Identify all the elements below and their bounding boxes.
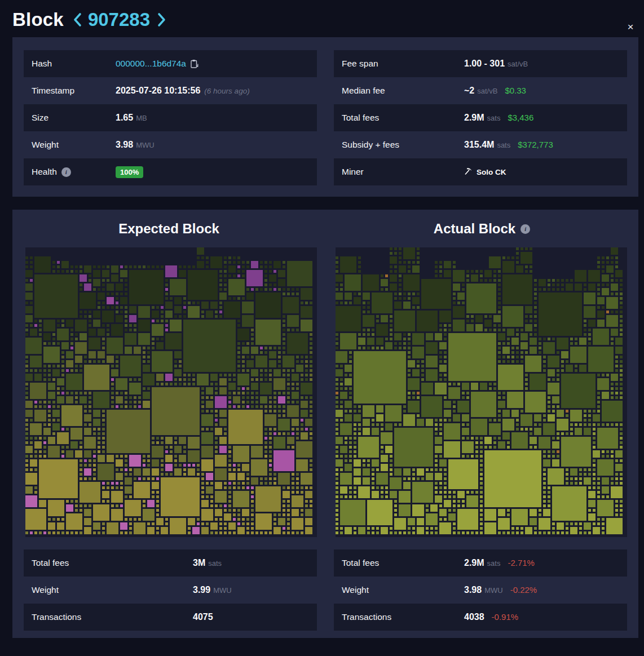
expected-stats-table: Total fees 3M sats Weight 3.99 MWU Trans… xyxy=(24,549,317,631)
total-fees-fiat: $3,436 xyxy=(508,113,533,122)
miner-name: Solo CK xyxy=(477,168,506,176)
expected-weight-label: Weight xyxy=(32,585,193,595)
pickaxe-icon xyxy=(464,167,473,178)
actual-txcount-value: 4038 xyxy=(464,612,484,622)
size-unit: MB xyxy=(136,114,147,122)
total-fees-label: Total fees xyxy=(342,113,464,123)
miner-label: Miner xyxy=(342,167,464,177)
subsidy-fees-unit: sats xyxy=(497,141,510,149)
table-row-actual-txcount: Transactions 4038 -0.91% xyxy=(334,604,627,631)
actual-weight-label: Weight xyxy=(342,585,464,595)
table-row-health: Health i 100% xyxy=(24,158,317,185)
table-row-total-fees: Total fees 2.9M sats $3,436 xyxy=(334,104,627,131)
table-row-actual-weight: Weight 3.98 MWU -0.22% xyxy=(334,577,627,604)
subsidy-fees-fiat: $372,773 xyxy=(518,140,553,149)
miner-link[interactable]: Solo CK xyxy=(464,167,506,178)
expected-block-title-text: Expected Block xyxy=(118,221,219,237)
size-value: 1.65 xyxy=(116,113,133,123)
actual-weight-unit: MWU xyxy=(484,586,503,595)
expected-fees-label: Total fees xyxy=(32,558,193,568)
weight-unit: MWU xyxy=(136,141,155,149)
weight-label: Weight xyxy=(32,140,116,150)
table-row-size: Size 1.65 MB xyxy=(24,104,317,131)
expected-weight-unit: MWU xyxy=(213,586,232,595)
table-row-median-fee: Median fee ~2 sat/vB $0.33 xyxy=(334,77,627,104)
fee-span-unit: sat/vB xyxy=(508,60,528,68)
summary-table-left: Hash 000000...1b6d74a Timestamp 2025-07-… xyxy=(24,50,317,185)
actual-block-treemap[interactable] xyxy=(336,247,627,537)
chevron-right-icon[interactable] xyxy=(157,11,166,28)
size-label: Size xyxy=(32,113,116,123)
actual-fees-unit: sats xyxy=(487,559,501,568)
actual-fees-delta: -2.71% xyxy=(508,558,535,568)
timestamp-value: 2025-07-26 10:15:56 xyxy=(116,86,200,96)
weight-value: 3.98 xyxy=(116,140,133,150)
median-fee-label: Median fee xyxy=(342,86,464,96)
actual-fees-label: Total fees xyxy=(342,558,464,568)
actual-txcount-label: Transactions xyxy=(342,612,464,622)
expected-fees-value: 3M xyxy=(193,558,205,568)
expected-fees-unit: sats xyxy=(208,559,222,568)
actual-block-title: Actual Block i xyxy=(325,221,638,237)
table-row-expected-weight: Weight 3.99 MWU xyxy=(24,577,317,604)
median-fee-fiat: $0.33 xyxy=(505,86,526,95)
total-fees-value: 2.9M xyxy=(464,113,484,123)
expected-block-title: Expected Block xyxy=(12,221,325,237)
actual-weight-value: 3.98 xyxy=(464,585,482,595)
median-fee-unit: sat/vB xyxy=(477,87,497,95)
expected-txcount-value: 4075 xyxy=(193,612,213,622)
timestamp-label: Timestamp xyxy=(32,86,116,96)
clipboard-icon[interactable] xyxy=(191,59,199,68)
table-row-miner: Miner Solo CK xyxy=(334,158,627,185)
table-row-subsidy-fees: Subsidy + fees 315.4M sats $372,773 xyxy=(334,131,627,158)
actual-fees-value: 2.9M xyxy=(464,558,484,568)
actual-block-title-text: Actual Block xyxy=(434,221,515,237)
table-row-weight: Weight 3.98 MWU xyxy=(24,131,317,158)
table-row-fee-span: Fee span 1.00 - 301 sat/vB xyxy=(334,50,627,77)
info-icon[interactable]: i xyxy=(61,167,71,177)
fee-span-value: 1.00 - 301 xyxy=(464,59,505,69)
page-title: Block xyxy=(12,9,64,30)
info-icon[interactable]: i xyxy=(521,224,530,234)
chevron-left-icon[interactable] xyxy=(73,11,82,28)
close-icon[interactable]: × xyxy=(624,20,637,34)
health-label: Health xyxy=(32,167,57,177)
table-row-expected-txcount: Transactions 4075 xyxy=(24,604,317,631)
expected-block-treemap[interactable] xyxy=(25,247,317,537)
actual-weight-delta: -0.22% xyxy=(510,585,537,595)
health-badge: 100% xyxy=(116,166,143,178)
expected-txcount-label: Transactions xyxy=(32,612,193,622)
table-row-timestamp: Timestamp 2025-07-26 10:15:56 (6 hours a… xyxy=(24,77,317,104)
block-summary-panel: Hash 000000...1b6d74a Timestamp 2025-07-… xyxy=(12,37,638,197)
block-comparison-panel: Expected Block Actual Block i Total fees… xyxy=(12,210,638,638)
fee-span-label: Fee span xyxy=(342,59,464,69)
subsidy-fees-label: Subsidy + fees xyxy=(342,140,464,150)
block-height: 907283 xyxy=(88,9,150,30)
actual-txcount-delta: -0.91% xyxy=(492,612,519,622)
table-row-expected-fees: Total fees 3M sats xyxy=(24,549,317,577)
hash-link[interactable]: 000000...1b6d74a xyxy=(116,59,186,69)
table-row-hash: Hash 000000...1b6d74a xyxy=(24,50,317,77)
expected-weight-value: 3.99 xyxy=(193,585,210,595)
subsidy-fees-value: 315.4M xyxy=(464,140,494,150)
total-fees-unit: sats xyxy=(487,114,501,122)
summary-table-right: Fee span 1.00 - 301 sat/vB Median fee ~2… xyxy=(334,50,627,185)
table-row-actual-fees: Total fees 2.9M sats -2.71% xyxy=(334,549,627,577)
actual-stats-table: Total fees 2.9M sats -2.71% Weight 3.98 … xyxy=(334,549,627,631)
timestamp-ago: (6 hours ago) xyxy=(204,87,249,95)
page-header: Block 907283 xyxy=(0,0,644,37)
hash-label: Hash xyxy=(32,59,116,69)
median-fee-value: ~2 xyxy=(464,86,474,96)
